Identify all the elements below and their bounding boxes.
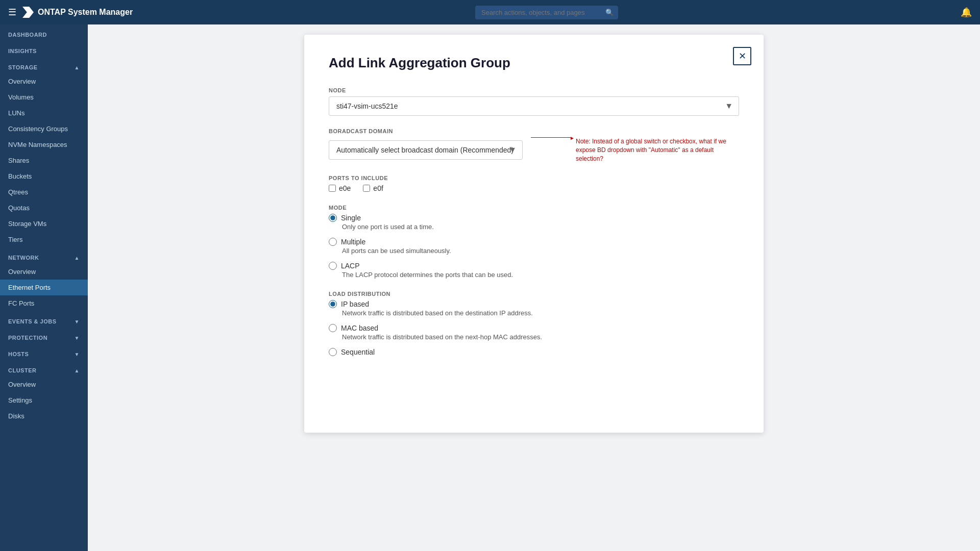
sidebar-section-cluster-items: Overview Settings Disks: [0, 377, 88, 424]
load-mac-text: MAC based: [341, 324, 378, 332]
broadcast-domain-row: Automatically select broadcast domain (R…: [329, 137, 739, 163]
hamburger-menu[interactable]: ☰: [8, 7, 16, 18]
port-e0f-text: e0f: [373, 184, 383, 192]
mode-single-text: Single: [341, 214, 361, 222]
app-title: ONTAP System Manager: [38, 8, 133, 17]
search-icon-button[interactable]: 🔍: [605, 9, 614, 16]
load-mac-radio[interactable]: [329, 324, 337, 332]
sidebar-item-luns[interactable]: LUNs: [0, 105, 88, 121]
port-e0e-label[interactable]: e0e: [329, 184, 351, 192]
mode-multiple-option: Multiple All ports can be used simultane…: [329, 238, 739, 255]
navbar: ☰ ONTAP System Manager 🔍 🔔: [0, 0, 980, 24]
load-sequential-option: Sequential: [329, 348, 739, 356]
load-sequential-text: Sequential: [341, 348, 375, 356]
mode-multiple-label[interactable]: Multiple: [329, 238, 739, 246]
sidebar-item-ethernet-ports[interactable]: Ethernet Ports: [0, 280, 88, 295]
note-text: Note: Instead of a global switch or chec…: [576, 137, 729, 163]
ports-label: PORTS TO INCLUDE: [329, 175, 739, 181]
mode-single-option: Single Only one port is used at a time.: [329, 214, 739, 231]
mode-multiple-text: Multiple: [341, 238, 365, 246]
load-ip-desc: Network traffic is distributed based on …: [342, 309, 739, 317]
mode-multiple-desc: All ports can be used simultaneously.: [342, 247, 739, 255]
load-mac-desc: Network traffic is distributed based on …: [342, 333, 739, 341]
sidebar-section-network[interactable]: NETWORK ▲: [0, 247, 88, 264]
load-ip-label[interactable]: IP based: [329, 300, 739, 308]
sidebar-item-buckets[interactable]: Buckets: [0, 168, 88, 184]
ports-row: e0e e0f: [329, 184, 739, 192]
ports-group: PORTS TO INCLUDE e0e e0f: [329, 175, 739, 192]
load-sequential-radio[interactable]: [329, 348, 337, 356]
notifications-icon[interactable]: 🔔: [961, 7, 972, 18]
sidebar-section-network-items: Overview Ethernet Ports FC Ports: [0, 264, 88, 311]
node-select[interactable]: sti47-vsim-ucs521e: [329, 96, 739, 116]
broadcast-domain-group: BORADCAST DOMAIN Automatically select br…: [329, 128, 739, 163]
sidebar-item-dashboard[interactable]: DASHBOARD: [0, 24, 88, 41]
logo-icon: [22, 7, 34, 18]
port-e0f-label[interactable]: e0f: [363, 184, 383, 192]
port-e0e-checkbox[interactable]: [329, 185, 336, 192]
sidebar-item-volumes[interactable]: Volumes: [0, 89, 88, 105]
main-layout: DASHBOARD INSIGHTS STORAGE ▲ Overview Vo…: [0, 24, 980, 551]
port-e0f-checkbox[interactable]: [363, 185, 370, 192]
sidebar-item-consistency-groups[interactable]: Consistency Groups: [0, 121, 88, 137]
modal-close-button[interactable]: ✕: [733, 47, 751, 65]
mode-lacp-option: LACP The LACP protocol determines the po…: [329, 262, 739, 279]
sidebar-item-overview-storage[interactable]: Overview: [0, 73, 88, 89]
sidebar: DASHBOARD INSIGHTS STORAGE ▲ Overview Vo…: [0, 24, 88, 551]
broadcast-domain-select[interactable]: Automatically select broadcast domain (R…: [329, 140, 523, 160]
sidebar-section-storage-items: Overview Volumes LUNs Consistency Groups…: [0, 73, 88, 247]
add-lag-modal: Add Link Aggregation Group ✕ NODE sti47-…: [304, 35, 764, 433]
mode-group: MODE Single Only one port is used at a t…: [329, 205, 739, 279]
sidebar-item-fc-ports[interactable]: FC Ports: [0, 295, 88, 311]
network-chevron: ▲: [75, 255, 80, 261]
mode-single-radio[interactable]: [329, 214, 337, 222]
sidebar-section-hosts[interactable]: HOSTS ▼: [0, 344, 88, 360]
mode-single-label[interactable]: Single: [329, 214, 739, 222]
node-select-wrap: sti47-vsim-ucs521e ▼: [329, 96, 739, 116]
load-sequential-label[interactable]: Sequential: [329, 348, 739, 356]
sidebar-item-tiers[interactable]: Tiers: [0, 232, 88, 247]
modal-title: Add Link Aggregation Group: [329, 55, 739, 71]
load-mac-option: MAC based Network traffic is distributed…: [329, 324, 739, 341]
sidebar-item-nvme-namespaces[interactable]: NVMe Namespaces: [0, 137, 88, 153]
load-ip-option: IP based Network traffic is distributed …: [329, 300, 739, 317]
broadcast-domain-label: BORADCAST DOMAIN: [329, 128, 739, 134]
sidebar-item-disks[interactable]: Disks: [0, 408, 88, 424]
mode-lacp-text: LACP: [341, 262, 360, 270]
sidebar-section-events-jobs[interactable]: EVENTS & JOBS ▼: [0, 311, 88, 328]
load-mac-label[interactable]: MAC based: [329, 324, 739, 332]
cluster-chevron: ▲: [75, 368, 80, 373]
mode-label: MODE: [329, 205, 739, 211]
node-group: NODE sti47-vsim-ucs521e ▼: [329, 87, 739, 116]
search-wrap: 🔍: [475, 6, 618, 19]
mode-lacp-desc: The LACP protocol determines the ports t…: [342, 271, 739, 279]
load-ip-radio[interactable]: [329, 300, 337, 308]
node-label: NODE: [329, 87, 739, 93]
bc-select-wrap: Automatically select broadcast domain (R…: [329, 140, 523, 160]
note-arrow: ►: [531, 137, 572, 138]
sidebar-section-storage[interactable]: STORAGE ▲: [0, 57, 88, 73]
sidebar-item-shares[interactable]: Shares: [0, 153, 88, 168]
navbar-left: ☰ ONTAP System Manager: [8, 7, 133, 18]
sidebar-item-overview-network[interactable]: Overview: [0, 264, 88, 280]
load-ip-text: IP based: [341, 300, 369, 308]
sidebar-item-storage-vms[interactable]: Storage VMs: [0, 216, 88, 232]
search-input[interactable]: [475, 6, 618, 19]
sidebar-item-quotas[interactable]: Quotas: [0, 200, 88, 216]
sidebar-item-qtrees[interactable]: Qtrees: [0, 184, 88, 200]
mode-single-desc: Only one port is used at a time.: [342, 223, 739, 231]
sidebar-item-settings[interactable]: Settings: [0, 392, 88, 408]
events-jobs-chevron: ▼: [75, 319, 80, 324]
sidebar-section-protection[interactable]: PROTECTION ▼: [0, 328, 88, 344]
protection-chevron: ▼: [75, 335, 80, 341]
mode-lacp-label[interactable]: LACP: [329, 262, 739, 270]
mode-lacp-radio[interactable]: [329, 262, 337, 270]
sidebar-item-insights[interactable]: INSIGHTS: [0, 41, 88, 57]
port-e0e-text: e0e: [339, 184, 351, 192]
load-dist-label: LOAD DISTRIBUTION: [329, 291, 739, 297]
sidebar-item-overview-cluster[interactable]: Overview: [0, 377, 88, 392]
main-content: Add Link Aggregation Group ✕ NODE sti47-…: [88, 24, 980, 551]
app-logo: ONTAP System Manager: [22, 7, 133, 18]
sidebar-section-cluster[interactable]: CLUSTER ▲: [0, 360, 88, 377]
mode-multiple-radio[interactable]: [329, 238, 337, 246]
